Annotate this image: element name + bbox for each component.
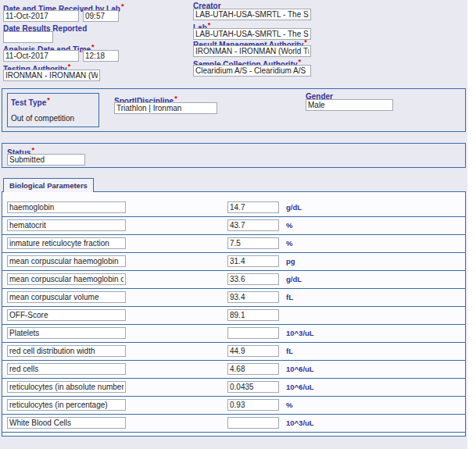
analysis-date-input[interactable]	[3, 50, 79, 62]
table-row: pg	[2, 253, 465, 271]
parameter-unit: g/dL	[286, 203, 302, 212]
table-row: g/dL	[2, 271, 465, 289]
lab-result-screen: Date and Time Received by Lab Date Resul…	[0, 0, 476, 449]
test-type-value: Out of competition	[11, 114, 74, 123]
test-type-box: Test Type Out of competition	[7, 93, 99, 127]
parameter-unit: 10^6/uL	[286, 365, 314, 373]
date-received-time-input[interactable]	[83, 10, 119, 22]
parameter-unit: fL	[286, 293, 293, 301]
parameter-value-input[interactable]	[227, 327, 279, 339]
testing-authority-input[interactable]	[3, 69, 100, 81]
parameter-value-input[interactable]	[227, 345, 279, 357]
table-row: 10^6/uL	[2, 361, 465, 379]
parameter-value-input[interactable]	[227, 417, 279, 429]
parameter-unit: 10^6/uL	[286, 383, 314, 391]
parameter-value-input[interactable]	[227, 381, 279, 393]
date-results-reported-input[interactable]	[3, 31, 53, 43]
parameter-value-input[interactable]	[227, 309, 279, 321]
table-row	[2, 307, 465, 325]
parameter-name-input[interactable]	[7, 219, 126, 231]
lab-result-form: Date and Time Received by Lab Date Resul…	[0, 0, 467, 449]
biological-parameters-table: g/dL % % pg g/dL	[2, 191, 466, 437]
parameter-value-input[interactable]	[227, 363, 279, 375]
parameter-name-input[interactable]	[7, 309, 126, 321]
sample-collection-authority-input[interactable]	[193, 65, 311, 77]
status-input[interactable]	[7, 154, 85, 166]
analysis-time-input[interactable]	[83, 50, 119, 62]
parameter-value-input[interactable]	[227, 201, 279, 213]
parameter-name-input[interactable]	[7, 399, 126, 411]
result-management-authority-input[interactable]	[193, 45, 311, 57]
parameter-unit: g/dL	[286, 275, 302, 283]
test-type-label: Test Type	[11, 96, 50, 107]
creator-input[interactable]	[193, 9, 311, 20]
table-row: 10^3/uL	[2, 325, 465, 343]
parameter-unit: %	[286, 221, 292, 230]
test-info-section: Test Type Out of competition Sport|Disci…	[2, 88, 466, 132]
parameter-unit: %	[286, 239, 292, 248]
parameter-value-input[interactable]	[227, 219, 279, 231]
parameter-name-input[interactable]	[7, 237, 126, 249]
tab-biological-parameters[interactable]: Biological Parameters	[3, 178, 94, 192]
parameter-name-input[interactable]	[7, 273, 126, 285]
table-row: %	[2, 235, 465, 253]
table-row: fL	[2, 289, 465, 307]
table-row: 10^6/uL	[2, 379, 465, 397]
parameter-name-input[interactable]	[7, 345, 126, 357]
parameter-value-input[interactable]	[227, 237, 279, 249]
parameter-name-input[interactable]	[7, 363, 126, 375]
table-row: %	[2, 217, 465, 235]
parameter-value-input[interactable]	[227, 291, 279, 303]
sport-discipline-input[interactable]	[114, 102, 217, 114]
parameter-unit: pg	[286, 257, 295, 265]
parameter-name-input[interactable]	[7, 327, 126, 339]
status-section: Status	[2, 143, 466, 168]
parameter-value-input[interactable]	[227, 273, 279, 285]
parameter-name-input[interactable]	[7, 201, 126, 213]
gender-input[interactable]	[306, 99, 393, 111]
parameter-unit: 10^3/uL	[286, 419, 314, 427]
table-row: %	[2, 397, 465, 415]
parameter-name-input[interactable]	[7, 291, 126, 303]
parameter-unit: %	[286, 401, 292, 409]
parameter-unit: fL	[286, 347, 293, 355]
table-row: 10^3/uL	[2, 415, 465, 433]
table-row: g/dL	[2, 199, 465, 217]
parameter-name-input[interactable]	[7, 417, 126, 429]
parameter-name-input[interactable]	[7, 255, 126, 267]
table-row: fL	[2, 343, 465, 361]
parameter-value-input[interactable]	[227, 255, 279, 267]
parameter-value-input[interactable]	[227, 399, 279, 411]
parameter-unit: 10^3/uL	[286, 329, 314, 337]
parameter-name-input[interactable]	[7, 381, 126, 393]
date-received-date-input[interactable]	[3, 10, 79, 22]
